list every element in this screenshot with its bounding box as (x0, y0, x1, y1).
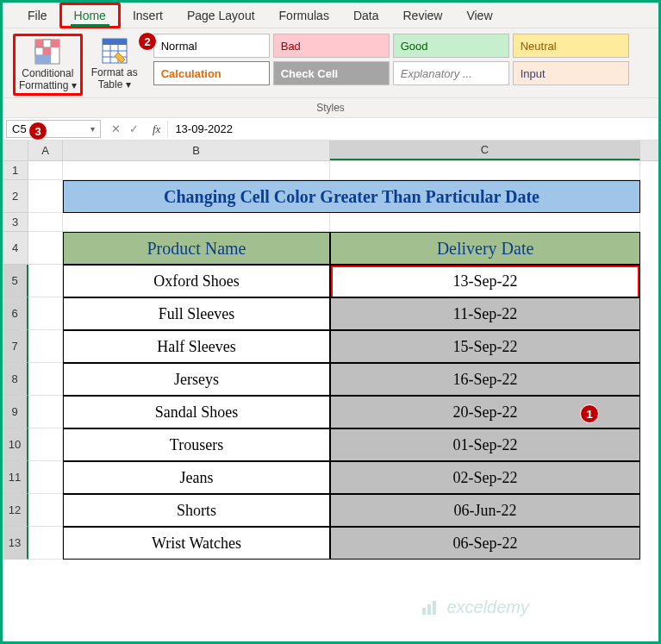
cell[interactable] (28, 396, 63, 428)
svg-rect-7 (43, 55, 51, 64)
row-header[interactable]: 5 (3, 265, 28, 297)
row-header[interactable]: 4 (3, 232, 28, 265)
chevron-down-icon: ▾ (72, 79, 77, 91)
row-header[interactable]: 8 (3, 363, 28, 396)
chevron-down-icon: ▾ (126, 78, 131, 91)
cell-date[interactable]: 16-Sep-22 (330, 363, 640, 396)
style-check-cell[interactable]: Check Cell (273, 61, 390, 85)
ribbon: Conditional Formatting ▾ Format as Table… (3, 28, 658, 98)
svg-rect-5 (43, 47, 51, 55)
cell-date[interactable]: 06-Sep-22 (330, 527, 640, 560)
table-row: Half Sleeves15-Sep-22 (28, 330, 640, 363)
row-header[interactable]: 9 (3, 396, 28, 428)
cell-date[interactable]: 01-Sep-22 (330, 428, 640, 461)
row-header[interactable]: 2 (3, 180, 28, 213)
cell[interactable] (28, 363, 63, 396)
svg-rect-9 (103, 39, 127, 45)
cell-product[interactable]: Jerseys (63, 363, 330, 396)
cell-product[interactable]: Shorts (63, 494, 330, 527)
tab-file[interactable]: File (16, 3, 59, 28)
worksheet-grid: 1 2 3 4 5 6 7 8 9 10 11 12 13 Changing C… (3, 161, 658, 560)
row-header[interactable]: 7 (3, 330, 28, 363)
table-row: Oxford Shoes13-Sep-22 (28, 265, 640, 297)
cell-product[interactable]: Sandal Shoes (63, 396, 330, 428)
name-box-value: C5 (12, 122, 27, 135)
fmt-label-1: Format as (91, 66, 138, 78)
cell-product[interactable]: Trousers (63, 428, 330, 461)
table-row: Sandal Shoes20-Sep-22 (28, 396, 640, 428)
cell-date[interactable]: 13-Sep-22 (330, 265, 640, 297)
tab-review[interactable]: Review (391, 3, 455, 28)
tab-data[interactable]: Data (341, 3, 391, 28)
table-header[interactable]: Product Name (63, 232, 330, 265)
svg-rect-6 (35, 55, 43, 64)
conditional-formatting-button[interactable]: Conditional Formatting ▾ (13, 34, 83, 96)
style-calculation[interactable]: Calculation (153, 61, 270, 85)
enter-icon[interactable]: ✓ (129, 122, 139, 135)
row-header[interactable]: 10 (3, 428, 28, 461)
row-header[interactable]: 13 (3, 527, 28, 560)
chart-icon (421, 599, 441, 616)
cell-date[interactable]: 15-Sep-22 (330, 330, 640, 363)
fmt-label-2: Table (98, 78, 123, 91)
tab-home[interactable]: Home (59, 3, 121, 28)
conditional-formatting-icon (34, 38, 61, 66)
formula-bar: C5 ▾ ✕ ✓ fx 13-09-2022 (3, 118, 658, 141)
table-row: Jerseys16-Sep-22 (28, 363, 640, 396)
watermark: exceldemy (421, 597, 529, 617)
format-as-table-button[interactable]: Format as Table ▾ (86, 34, 143, 94)
cell[interactable] (28, 297, 63, 330)
row-header[interactable]: 11 (3, 461, 28, 494)
row-header[interactable]: 3 (3, 213, 28, 232)
table-row: Shorts06-Jun-22 (28, 494, 640, 527)
style-neutral[interactable]: Neutral (513, 34, 629, 58)
select-all-corner[interactable] (3, 141, 28, 160)
tab-pagelayout[interactable]: Page Layout (175, 3, 267, 28)
svg-rect-16 (433, 601, 436, 615)
row-header[interactable]: 6 (3, 297, 28, 330)
cell-date[interactable]: 02-Sep-22 (330, 461, 640, 494)
cell-date[interactable]: 06-Jun-22 (330, 494, 640, 527)
cell-product[interactable]: Half Sleeves (63, 330, 330, 363)
cell[interactable] (28, 265, 63, 297)
row-header[interactable]: 1 (3, 161, 28, 180)
cell[interactable] (28, 527, 63, 560)
cell-date[interactable]: 11-Sep-22 (330, 297, 640, 330)
style-good[interactable]: Good (393, 34, 509, 58)
title-cell[interactable]: Changing Cell Color Greater Than Particu… (63, 180, 640, 213)
formula-input[interactable]: 13-09-2022 (167, 121, 658, 137)
svg-rect-1 (35, 40, 43, 47)
tab-view[interactable]: View (454, 3, 504, 28)
tab-formulas[interactable]: Formulas (267, 3, 341, 28)
table-row: Jeans02-Sep-22 (28, 461, 640, 494)
cell[interactable] (28, 330, 63, 363)
table-header[interactable]: Delivery Date (330, 232, 640, 265)
column-headers: A B C (3, 141, 658, 161)
style-explanatory[interactable]: Explanatory ... (393, 61, 509, 85)
row-header[interactable]: 12 (3, 494, 28, 527)
col-header-B[interactable]: B (63, 141, 330, 160)
step-badge-3: 3 (28, 122, 47, 141)
col-header-C[interactable]: C (330, 141, 640, 160)
cell[interactable] (28, 428, 63, 461)
row-headers: 1 2 3 4 5 6 7 8 9 10 11 12 13 (3, 161, 28, 560)
cell-product[interactable]: Full Sleeves (63, 297, 330, 330)
tab-insert[interactable]: Insert (121, 3, 175, 28)
cell-styles-gallery[interactable]: Normal Bad Good Neutral Calculation Chec… (153, 34, 645, 85)
cell[interactable] (28, 494, 63, 527)
style-normal[interactable]: Normal (153, 34, 270, 58)
style-bad[interactable]: Bad (273, 34, 390, 58)
cell-product[interactable]: Wrist Watches (63, 527, 330, 560)
name-box[interactable]: C5 ▾ (6, 120, 101, 138)
col-header-A[interactable]: A (28, 141, 63, 160)
cell-product[interactable]: Jeans (63, 461, 330, 494)
cell-product[interactable]: Oxford Shoes (63, 265, 330, 297)
table-row: Trousers01-Sep-22 (28, 428, 640, 461)
cell[interactable] (28, 461, 63, 494)
fx-icon[interactable]: fx (153, 122, 160, 136)
style-input[interactable]: Input (513, 61, 629, 85)
table-row: Wrist Watches06-Sep-22 (28, 527, 640, 560)
cancel-icon[interactable]: ✕ (111, 122, 121, 135)
chevron-down-icon: ▾ (90, 124, 95, 134)
cf-label-1: Conditional (22, 67, 73, 79)
